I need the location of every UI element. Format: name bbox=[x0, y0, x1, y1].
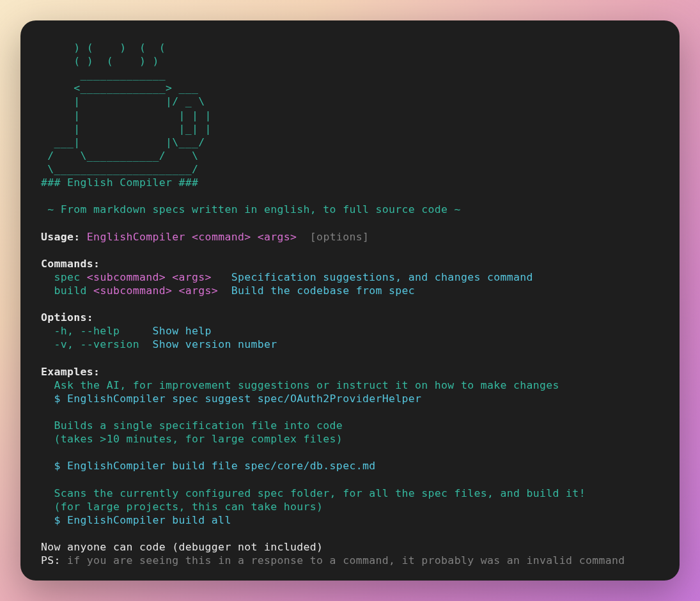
command-build-args: <subcommand> <args> bbox=[87, 285, 218, 297]
tagline: ~ From markdown specs written in english… bbox=[41, 203, 461, 215]
option-version-desc: Show version number bbox=[139, 338, 277, 350]
example-3-desc-1: Scans the currently configured spec fold… bbox=[41, 487, 586, 499]
usage-label: Usage: bbox=[41, 231, 81, 243]
command-build-name: build bbox=[41, 285, 87, 297]
usage-command: <command> bbox=[185, 231, 251, 243]
ascii-art-line: <_____________> ___ bbox=[41, 82, 198, 94]
examples-label: Examples: bbox=[41, 366, 100, 378]
command-spec-name: spec bbox=[41, 271, 81, 283]
example-1-cmd: $ EnglishCompiler spec suggest spec/OAut… bbox=[41, 393, 421, 405]
ascii-art-line: | |_| | bbox=[41, 123, 212, 135]
option-version-flags: -v, --version bbox=[41, 338, 139, 350]
footer-ps-text: if you are seeing this in a response to … bbox=[61, 554, 625, 566]
commands-label: Commands: bbox=[41, 258, 100, 270]
usage-args: <args> bbox=[251, 231, 297, 243]
terminal-output: ) ( ) ( ( ( ) ( ) ) _____________ <_____… bbox=[41, 41, 659, 567]
option-help-flags: -h, --help bbox=[41, 325, 120, 337]
example-1-desc: Ask the AI, for improvement suggestions … bbox=[41, 379, 559, 391]
ascii-art-line: ) ( ) ( ( bbox=[41, 42, 166, 54]
command-spec-args: <subcommand> <args> bbox=[81, 271, 212, 283]
example-3-cmd: $ EnglishCompiler build all bbox=[41, 514, 231, 526]
ascii-art-line: / \___________/ \ bbox=[41, 150, 198, 162]
ascii-art-line: _____________ bbox=[41, 68, 166, 81]
example-2-desc-2: (takes >10 minutes, for large complex fi… bbox=[41, 433, 343, 445]
terminal-window: ) ( ) ( ( ( ) ( ) ) _____________ <_____… bbox=[20, 20, 680, 581]
ascii-art-line: ___| |\___/ bbox=[41, 136, 205, 148]
usage-options: [options] bbox=[297, 231, 369, 243]
example-2-cmd: $ EnglishCompiler build file spec/core/d… bbox=[41, 460, 375, 472]
example-3-desc-2: (for large projects, this can take hours… bbox=[41, 501, 323, 513]
ascii-art-line: | | | | bbox=[41, 109, 212, 121]
ascii-art-line: \_____________________/ bbox=[41, 163, 198, 175]
usage-program: EnglishCompiler bbox=[81, 231, 185, 243]
example-2-desc-1: Builds a single specification file into … bbox=[41, 419, 343, 432]
ascii-art-line: | |/ _ \ bbox=[41, 95, 205, 107]
command-spec-desc: Specification suggestions, and changes c… bbox=[212, 271, 533, 283]
command-build-desc: Build the codebase from spec bbox=[218, 285, 415, 297]
footer-tagline: Now anyone can code (debugger not includ… bbox=[41, 541, 323, 553]
app-title: ### English Compiler ### bbox=[41, 176, 198, 189]
footer-ps-label: PS: bbox=[41, 554, 61, 566]
option-help-desc: Show help bbox=[120, 325, 212, 337]
ascii-art-line: ( ) ( ) ) bbox=[41, 55, 159, 67]
options-label: Options: bbox=[41, 311, 93, 324]
